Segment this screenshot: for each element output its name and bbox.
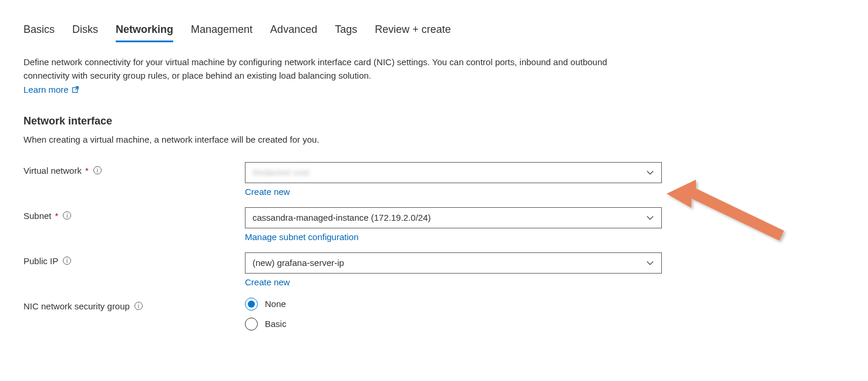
virtual-network-value: Redacted vnet — [253, 167, 309, 177]
label-nic-nsg: NIC network security group i — [23, 298, 245, 311]
label-virtual-network: Virtual network * i — [23, 162, 245, 176]
nic-nsg-radio-none[interactable]: None — [245, 298, 662, 311]
chevron-down-icon — [646, 168, 654, 177]
control-public-ip: (new) grafana-server-ip Create new — [245, 252, 662, 287]
tab-basics[interactable]: Basics — [23, 23, 55, 42]
tab-description: Define network connectivity for your vir… — [23, 55, 646, 96]
row-subnet: Subnet * i cassandra-managed-instance (1… — [23, 207, 845, 242]
virtual-network-label-text: Virtual network — [23, 166, 82, 176]
control-virtual-network: Redacted vnet Create new — [245, 162, 662, 197]
radio-circle-icon — [245, 298, 258, 311]
nic-nsg-radio-basic[interactable]: Basic — [245, 318, 662, 331]
nic-nsg-radio-basic-label: Basic — [265, 319, 287, 329]
subnet-dropdown[interactable]: cassandra-managed-instance (172.19.2.0/2… — [245, 207, 662, 228]
required-asterisk: * — [85, 166, 89, 176]
label-public-ip: Public IP i — [23, 252, 245, 266]
row-nic-nsg: NIC network security group i None Basic — [23, 298, 845, 338]
nic-nsg-label-text: NIC network security group — [23, 301, 130, 311]
public-ip-dropdown[interactable]: (new) grafana-server-ip — [245, 252, 662, 274]
info-icon[interactable]: i — [134, 302, 143, 310]
row-virtual-network: Virtual network * i Redacted vnet Create… — [23, 162, 845, 197]
control-nic-nsg: None Basic — [245, 298, 662, 338]
section-subtitle: When creating a virtual machine, a netwo… — [23, 134, 845, 144]
radio-circle-icon — [245, 318, 258, 331]
info-icon[interactable]: i — [63, 211, 71, 220]
tab-description-text: Define network connectivity for your vir… — [23, 57, 607, 80]
subnet-value: cassandra-managed-instance (172.19.2.0/2… — [253, 213, 431, 222]
virtual-network-dropdown[interactable]: Redacted vnet — [245, 162, 662, 183]
section-title-network-interface: Network interface — [23, 115, 845, 127]
tab-management[interactable]: Management — [191, 23, 253, 42]
info-icon[interactable]: i — [93, 166, 102, 174]
label-subnet: Subnet * i — [23, 207, 245, 221]
learn-more-label: Learn more — [23, 83, 69, 96]
nic-nsg-radio-none-label: None — [265, 299, 286, 309]
external-link-icon — [72, 86, 79, 93]
tab-networking[interactable]: Networking — [116, 23, 173, 42]
row-public-ip: Public IP i (new) grafana-server-ip Crea… — [23, 252, 845, 287]
public-ip-value: (new) grafana-server-ip — [253, 258, 344, 268]
public-ip-create-new-link[interactable]: Create new — [245, 277, 290, 287]
required-asterisk: * — [55, 211, 59, 221]
chevron-down-icon — [646, 259, 654, 267]
wizard-tabs: Basics Disks Networking Management Advan… — [23, 23, 845, 42]
tab-tags[interactable]: Tags — [335, 23, 357, 42]
tab-advanced[interactable]: Advanced — [270, 23, 317, 42]
learn-more-link[interactable]: Learn more — [23, 83, 79, 96]
virtual-network-create-new-link[interactable]: Create new — [245, 187, 290, 197]
nic-nsg-radio-group: None Basic — [245, 298, 662, 331]
chevron-down-icon — [646, 214, 654, 222]
control-subnet: cassandra-managed-instance (172.19.2.0/2… — [245, 207, 662, 242]
public-ip-label-text: Public IP — [23, 256, 58, 266]
tab-disks[interactable]: Disks — [72, 23, 98, 42]
tab-review-create[interactable]: Review + create — [375, 23, 451, 42]
subnet-manage-link[interactable]: Manage subnet configuration — [245, 232, 358, 242]
subnet-label-text: Subnet — [23, 211, 52, 221]
info-icon[interactable]: i — [63, 257, 71, 265]
